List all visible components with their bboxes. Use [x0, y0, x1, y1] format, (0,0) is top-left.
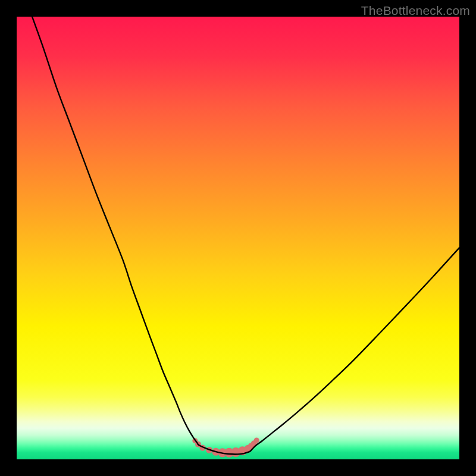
watermark-text: TheBottleneck.com	[361, 4, 470, 18]
chart-svg	[17, 17, 459, 459]
bottleneck-curve	[32, 17, 459, 454]
bottom-marker	[254, 438, 259, 443]
chart-stage: TheBottleneck.com	[0, 0, 476, 476]
plot-area	[17, 17, 459, 459]
